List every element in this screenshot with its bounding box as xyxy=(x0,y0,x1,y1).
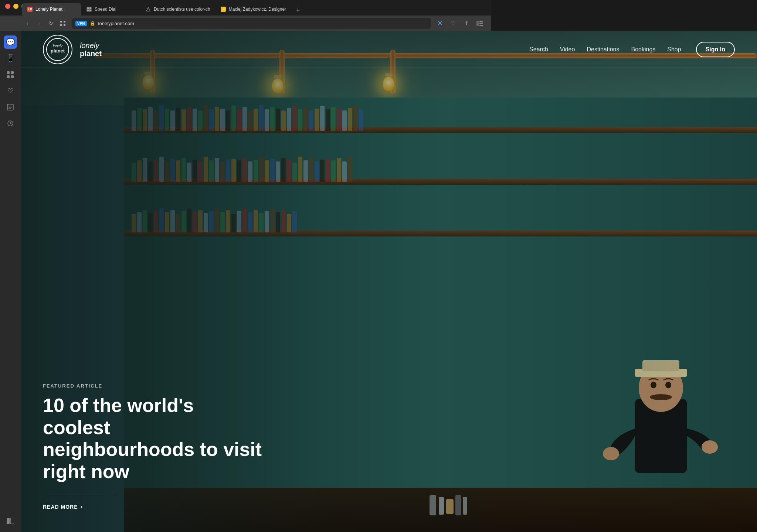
sidebar: 💬 📱 ♡ xyxy=(0,31,21,347)
traffic-light-close[interactable] xyxy=(5,4,10,9)
back-button[interactable]: ‹ xyxy=(22,18,33,28)
sidebar-icon-notes[interactable] xyxy=(4,100,17,114)
tab-favicon-lonely-planet: LP xyxy=(27,7,33,12)
logo-text-area: lonely planet xyxy=(80,41,102,58)
svg-rect-12 xyxy=(479,25,483,26)
svg-rect-7 xyxy=(60,24,62,26)
tab-lonely-planet[interactable]: LP Lonely Planet xyxy=(22,3,81,16)
tab-label-lonely-planet: Lonely Planet xyxy=(35,7,76,12)
hero-overlay xyxy=(21,31,491,347)
forward-button[interactable]: › xyxy=(34,18,44,28)
logo-area: lonely planet lonely planet xyxy=(43,35,102,64)
tab-favicon-speed-dial xyxy=(86,7,92,12)
hero-section: lonely planet lonely planet Search Video… xyxy=(21,31,491,347)
nav-buttons: ‹ › ↻ xyxy=(22,18,68,28)
share-button[interactable]: ⬆ xyxy=(461,18,472,28)
tab-label-dutch: Dutch scientists use color-ch xyxy=(154,7,210,12)
sidebar-icon-grid[interactable] xyxy=(4,68,17,81)
svg-rect-1 xyxy=(89,7,91,9)
tab-favicon-maciej: 🙂 xyxy=(221,7,226,12)
clear-button[interactable]: ✕ xyxy=(435,18,445,28)
svg-rect-11 xyxy=(479,23,483,24)
url-bar[interactable]: VPN 🔒 lonelyplanet.com xyxy=(72,18,431,29)
reload-button[interactable]: ↻ xyxy=(46,18,56,28)
tab-label-speed-dial: Speed Dial xyxy=(95,7,135,12)
svg-rect-14 xyxy=(11,71,14,74)
svg-rect-10 xyxy=(479,21,483,22)
tab-speed-dial[interactable]: Speed Dial xyxy=(81,3,140,16)
site-navigation: lonely planet lonely planet Search Video… xyxy=(21,31,491,68)
traffic-light-minimize[interactable] xyxy=(13,4,18,9)
logo-text-planet: planet xyxy=(80,50,102,58)
tab-favicon-dutch xyxy=(146,7,151,12)
logo-text-lonely: lonely xyxy=(80,41,102,50)
browser-window: LP Lonely Planet Speed Dial Dutch scient… xyxy=(0,0,491,31)
tab-maciej[interactable]: 🙂 Maciej Zadykowicz, Designer xyxy=(215,3,291,16)
svg-rect-3 xyxy=(89,10,91,11)
toolbar-icons: ✕ ♡ ⬆ xyxy=(435,18,485,28)
tab-bar: LP Lonely Planet Speed Dial Dutch scient… xyxy=(0,0,491,16)
svg-rect-8 xyxy=(64,24,65,26)
sidebar-icon-messenger[interactable]: 💬 xyxy=(4,35,17,49)
svg-rect-2 xyxy=(87,10,89,11)
vpn-badge: VPN xyxy=(75,21,87,26)
svg-marker-4 xyxy=(146,7,150,11)
new-tab-button[interactable]: + xyxy=(293,5,303,16)
logo-circle: lonely planet xyxy=(43,35,72,64)
sidebar-icon-favorites[interactable]: ♡ xyxy=(4,84,17,98)
grid-button[interactable] xyxy=(58,18,68,28)
url-text: lonelyplanet.com xyxy=(98,21,427,26)
svg-rect-5 xyxy=(60,21,62,23)
svg-text:planet: planet xyxy=(51,48,65,54)
ssl-icon: 🔒 xyxy=(90,21,95,26)
address-bar: ‹ › ↻ VPN 🔒 lonelyplanet.com ✕ ♡ ⬆ xyxy=(0,16,491,31)
sidebar-toggle-button[interactable] xyxy=(475,18,485,28)
svg-rect-6 xyxy=(64,21,65,23)
sidebar-icon-whatsapp[interactable]: 📱 xyxy=(4,52,17,65)
svg-rect-9 xyxy=(476,21,479,26)
tab-dutch[interactable]: Dutch scientists use color-ch xyxy=(140,3,215,16)
svg-text:lonely: lonely xyxy=(53,44,63,48)
website-frame: lonely planet lonely planet Search Video… xyxy=(21,31,491,347)
logo-svg: lonely planet xyxy=(46,38,69,61)
svg-rect-15 xyxy=(7,75,10,78)
tab-label-maciej: Maciej Zadykowicz, Designer xyxy=(229,7,286,12)
svg-rect-13 xyxy=(7,71,10,74)
favorite-button[interactable]: ♡ xyxy=(448,18,458,28)
svg-rect-16 xyxy=(11,75,14,78)
svg-rect-0 xyxy=(87,7,89,9)
sidebar-icon-history[interactable] xyxy=(4,117,17,130)
